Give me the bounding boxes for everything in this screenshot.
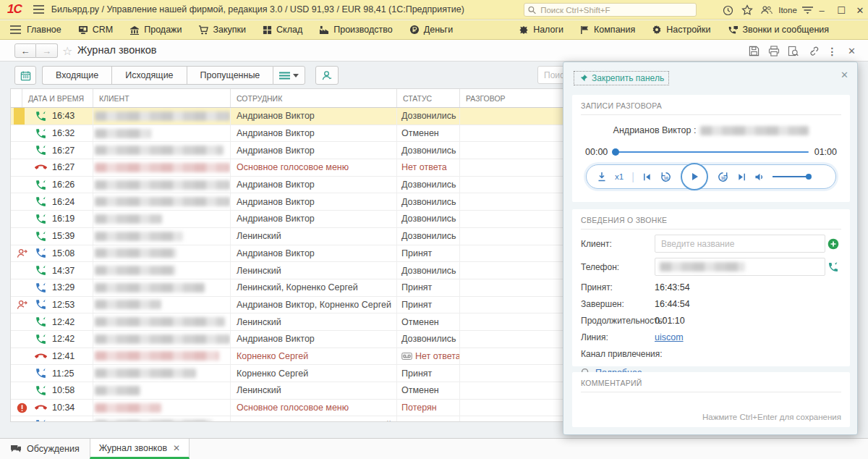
cell-client (93, 142, 231, 159)
table-row[interactable]: 12:41Корненко СергейНет ответа (11, 348, 563, 366)
cell-client (93, 348, 231, 365)
table-row[interactable]: 16:27Андрианов ВикторДозвонились (11, 142, 563, 159)
global-search[interactable] (524, 3, 697, 17)
header-employee[interactable]: СОТРУДНИК (231, 89, 397, 107)
discussions-button[interactable]: Обсуждения (0, 439, 90, 459)
preview-icon[interactable] (787, 45, 799, 57)
filter-outgoing[interactable]: Исходящие (111, 66, 186, 85)
menu-item-taxes[interactable]: Налоги (519, 25, 563, 35)
table-row[interactable]: 15:39ЛенинскийДозвонились (11, 228, 563, 245)
header-datetime[interactable]: ДАТА И ВРЕМЯ (22, 89, 93, 107)
table-row[interactable]: 16:24Андрианов ВикторДозвонились (11, 193, 563, 211)
more-menu-icon[interactable]: ⋮ (826, 45, 838, 57)
save-icon[interactable] (748, 45, 760, 57)
table-row[interactable]: 10:58ЛенинскийОтменен (11, 382, 563, 400)
client-field[interactable] (655, 235, 825, 253)
call-time: 15:08 (52, 248, 75, 258)
skip-back-icon[interactable] (642, 172, 652, 182)
users-icon[interactable] (760, 3, 774, 17)
filter-missed[interactable]: Пропущенные (187, 66, 273, 85)
menu-item-purchases[interactable]: Закупки (198, 25, 246, 35)
header-talk[interactable]: РАЗГОВОР (460, 89, 563, 107)
menu-item-crm[interactable]: CRM (78, 25, 113, 35)
player-seek-bar[interactable] (613, 151, 808, 153)
skip-forward-icon[interactable] (737, 172, 746, 182)
table-row[interactable]: 11:25Корненко СергейПринят (11, 365, 563, 382)
main-menu-icon[interactable] (33, 5, 44, 14)
cell-status: Дозвонились (397, 211, 460, 227)
phone-field[interactable] (655, 258, 825, 276)
volume-slider[interactable] (773, 176, 810, 177)
volume-knob[interactable] (806, 174, 812, 180)
user-name[interactable]: Itone (775, 3, 800, 17)
playback-speed[interactable]: x1 (615, 172, 624, 181)
cell-employee: Андрианов Виктор, Корненко Сергей (231, 416, 397, 422)
close-tab-icon[interactable]: ✕ (173, 443, 180, 453)
crm-icon (78, 25, 88, 35)
table-row[interactable]: 14:37ЛенинскийДозвонились (11, 262, 563, 279)
table-row[interactable]: 10:34Основное голосовое менюПотерян (11, 400, 563, 417)
settings-icon (652, 25, 662, 35)
link-icon[interactable] (807, 45, 819, 57)
history-icon[interactable] (720, 3, 735, 17)
add-client-icon[interactable] (825, 238, 841, 250)
back-button[interactable]: ← (14, 43, 36, 58)
rewind-10-icon[interactable]: 10 (660, 171, 672, 183)
print-icon[interactable] (767, 45, 780, 57)
table-row[interactable]: 16:43Андрианов ВикторДозвонились (11, 108, 563, 125)
favorite-star-icon[interactable]: ☆ (62, 44, 72, 58)
call-incoming-icon (34, 367, 47, 380)
tab-call-journal[interactable]: Журнал звонков ✕ (90, 439, 190, 459)
global-search-input[interactable] (539, 5, 692, 15)
seek-knob[interactable] (612, 148, 619, 156)
table-row[interactable]: 10:25Андрианов Виктор, Корненко СергейПр… (11, 416, 563, 422)
forward-button[interactable]: → (36, 43, 58, 58)
close-window-icon[interactable]: ✕ (853, 3, 867, 17)
menu-item-sales[interactable]: Продажи (129, 25, 182, 35)
volume-icon[interactable] (754, 172, 765, 182)
menu-item-settings[interactable]: Настройки (652, 25, 710, 35)
call-phone-icon[interactable] (825, 261, 841, 273)
table-row[interactable]: 16:32Андрианов ВикторОтменен (11, 125, 563, 143)
menu-item-company[interactable]: Компания (580, 25, 635, 35)
call-incoming-icon (34, 384, 47, 397)
call-info-card: СВЕДЕНИЯ О ЗВОНКЕ Клиент: Телефон: Приня… (572, 209, 850, 366)
filter-list-dropdown[interactable] (273, 66, 305, 85)
minimize-icon[interactable]: – (814, 3, 829, 17)
line-label: Линия: (581, 332, 655, 342)
menu-item-warehouse[interactable]: Склад (263, 25, 302, 35)
table-row[interactable]: 13:29Ленинский, Корненко СергейПринят (11, 279, 563, 297)
header-client[interactable]: КЛИЕНТ (93, 89, 231, 107)
menu-item-calls[interactable]: Звонки и сообщения (728, 25, 830, 35)
chat-icon (10, 445, 22, 454)
filter-incoming[interactable]: Входящие (42, 66, 111, 85)
close-panel-icon[interactable]: ✕ (841, 70, 848, 80)
sections-toggle-icon[interactable] (10, 25, 21, 34)
menu-item-production[interactable]: Производство (319, 25, 393, 35)
service-menu-icon[interactable] (800, 3, 814, 17)
forward-10-icon[interactable]: 10 (717, 171, 729, 183)
line-link[interactable]: uiscom (655, 332, 684, 342)
favorites-star-icon[interactable] (740, 3, 754, 17)
menu-item-none[interactable]: Главное (27, 25, 61, 35)
record-title: Андрианов Виктор : (613, 125, 697, 135)
table-row[interactable]: 15:08Андрианов ВикторПринят (11, 245, 563, 263)
download-icon[interactable] (597, 172, 607, 182)
table-row[interactable]: 12:53Андрианов Виктор, Корненко СергейПр… (11, 297, 563, 314)
table-row[interactable]: 12:42Андрианов ВикторДозвонились (11, 331, 563, 348)
table-row[interactable]: 16:26Андрианов ВикторДозвонились (11, 177, 563, 194)
client-input[interactable] (660, 238, 820, 250)
close-form-icon[interactable]: ✕ (846, 45, 858, 57)
maximize-icon[interactable]: ☐ (834, 3, 848, 17)
table-row[interactable]: 16:27Основное голосовое менюНет ответа (11, 159, 563, 177)
pin-panel-button[interactable]: Закрепить панель (574, 71, 669, 85)
play-button[interactable] (681, 163, 708, 190)
header-status[interactable]: СТАТУС (397, 89, 460, 107)
period-calendar-button[interactable] (14, 66, 36, 85)
employee-filter-button[interactable] (315, 66, 339, 85)
table-row[interactable]: 12:42ЛенинскийОтменен (11, 313, 563, 331)
alert-icon (15, 401, 28, 414)
comment-card[interactable]: КОММЕНТАРИЙ Нажмите Ctrl+Enter для сохра… (572, 372, 850, 427)
table-row[interactable]: 16:19Андрианов ВикторДозвонились (11, 211, 563, 228)
menu-item-money[interactable]: Деньги (409, 25, 453, 35)
